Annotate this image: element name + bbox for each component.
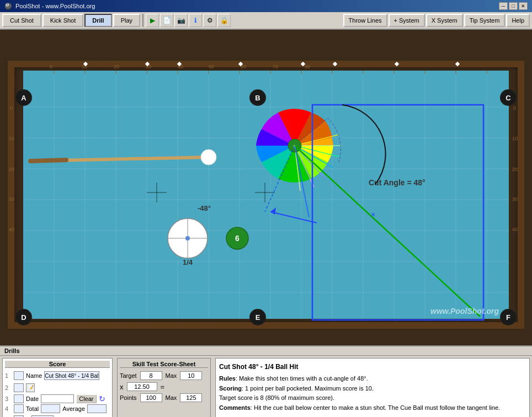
table-felt[interactable]: [23, 71, 509, 319]
x-system-button[interactable]: X System: [426, 14, 463, 27]
score-box-3: [14, 394, 24, 403]
name-label: Name: [26, 372, 42, 379]
scoring-text: 1 point per ball pocketed. Maximum score…: [245, 385, 374, 392]
help-button[interactable]: Help: [506, 14, 530, 27]
description-text: Rules: Make this shot ten times with a c…: [219, 374, 526, 413]
score-header: Score: [5, 361, 110, 368]
score-total-row: 4 Total Average: [5, 404, 110, 413]
score-box-1: [14, 371, 24, 380]
score-num-3: 3: [5, 395, 12, 402]
pocket-f: F: [500, 309, 517, 325]
skill-target-row: Target 8 Max 10: [120, 371, 208, 380]
points-row: Points 100 Max 125: [120, 393, 208, 402]
minimize-button[interactable]: ─: [499, 2, 508, 10]
doc-icon-button[interactable]: 📄: [160, 14, 173, 27]
target-score-text: Target score is 8 (80% of maximum score)…: [219, 394, 334, 401]
score-row-2: 2 📝: [5, 382, 110, 393]
camera-icon-button[interactable]: 📷: [174, 14, 188, 27]
lock-icon-button[interactable]: 🔒: [217, 14, 231, 27]
title-bar-left: 🎱 PoolShot - www.PoolShot.org: [4, 3, 95, 10]
points-label: Points: [120, 394, 137, 401]
title-bar-controls[interactable]: ─ □ ✕: [499, 2, 528, 10]
points-max-value: 125: [180, 393, 202, 402]
right-menu: Throw Lines + System X System Tip System…: [343, 14, 530, 27]
comments-label: Comments: [219, 404, 251, 411]
refresh-icon[interactable]: ↻: [99, 394, 105, 403]
total-input[interactable]: [41, 404, 60, 413]
cut-shot-button[interactable]: Cut Shot: [2, 14, 41, 27]
score-box-4: [14, 404, 24, 413]
skill-eq-label: =: [161, 383, 165, 391]
description-title: Cut Shot 48° - 1/4 Ball Hit: [219, 362, 526, 372]
average-label: Average: [62, 405, 85, 412]
throw-lines-button[interactable]: Throw Lines: [343, 14, 387, 27]
watermark: www.PoolShot.org: [430, 307, 499, 316]
bottom-panel: Drills Score 1 Name Cut Shot 48° - 1/4 B…: [0, 345, 532, 417]
name-input[interactable]: Cut Shot 48° - 1/4 Ball Hit: [44, 371, 99, 380]
rules-label: Rules: [219, 375, 236, 382]
description-section: Cut Shot 48° - 1/4 Ball Hit Rules: Make …: [215, 358, 530, 417]
skill-multiplier-row: x 12.50 =: [120, 382, 208, 391]
kick-shot-button[interactable]: Kick Shot: [42, 14, 83, 27]
window-title: PoolShot - www.PoolShot.org: [15, 3, 95, 9]
comments-text: Hit the cue ball below center to make a …: [254, 404, 500, 411]
close-button[interactable]: ✕: [519, 2, 528, 10]
drill-button[interactable]: Drill: [84, 14, 111, 27]
max-label: Max: [166, 372, 177, 379]
total-label: Total: [26, 405, 39, 412]
skill-header: Skill Test Score-Sheet: [120, 361, 208, 368]
bottom-content: Score 1 Name Cut Shot 48° - 1/4 Ball Hit…: [0, 356, 532, 417]
score-num-2: 2: [5, 384, 12, 391]
scoring-label: Scoring: [219, 385, 242, 392]
info-icon-button[interactable]: ℹ: [189, 14, 202, 27]
score-row-5: 5 x =: [5, 414, 110, 417]
plus-system-button[interactable]: + System: [389, 14, 425, 27]
clear-button[interactable]: Clear: [76, 394, 96, 403]
pocket-c: C: [500, 89, 517, 106]
score-row-1: 1 Name Cut Shot 48° - 1/4 Ball Hit: [5, 370, 110, 381]
score-num-1: 1: [5, 372, 12, 379]
target-value: 8: [140, 371, 162, 380]
drills-tab[interactable]: Drills: [0, 346, 532, 356]
separator-1: [142, 14, 143, 27]
table-area[interactable]: A B C D E F: [0, 30, 532, 345]
max-value: 10: [180, 371, 202, 380]
points-value: 100: [140, 393, 162, 402]
rules-text: Make this shot ten times with a cut-angl…: [239, 375, 368, 382]
pocket-d: D: [15, 309, 32, 325]
target-label: Target: [120, 372, 137, 379]
settings-icon-button[interactable]: ⚙: [203, 14, 216, 27]
play-button[interactable]: Play: [113, 14, 140, 27]
date-input[interactable]: [41, 394, 74, 403]
score-num-4: 4: [5, 405, 12, 412]
maximize-button[interactable]: □: [509, 2, 518, 10]
score-section: Score 1 Name Cut Shot 48° - 1/4 Ball Hit…: [2, 358, 113, 417]
score-date-row: 3 Date Clear ↻: [5, 394, 110, 403]
points-max-label: Max: [166, 394, 177, 401]
skill-x-label: x: [120, 383, 124, 391]
pocket-b: B: [249, 89, 266, 106]
date-label: Date: [26, 395, 39, 402]
tip-system-button[interactable]: Tip System: [464, 14, 506, 27]
app-icon: 🎱: [4, 3, 12, 10]
score-box-2: [14, 383, 24, 392]
menu-bar: Cut Shot Kick Shot Drill Play ▶ 📄 📷 ℹ ⚙ …: [0, 12, 532, 30]
note-icon: 📝: [26, 383, 35, 392]
average-input[interactable]: [87, 404, 107, 413]
title-bar: 🎱 PoolShot - www.PoolShot.org ─ □ ✕: [0, 0, 532, 12]
skill-multiplier: 12.50: [127, 382, 157, 391]
pocket-a: A: [15, 89, 32, 106]
skill-test-section: Skill Test Score-Sheet Target 8 Max 10 x…: [117, 358, 211, 417]
toolbar-icons: ▶ 📄 📷 ℹ ⚙ 🔒: [146, 14, 231, 27]
play-icon-button[interactable]: ▶: [146, 14, 159, 27]
pocket-e: E: [249, 309, 266, 325]
